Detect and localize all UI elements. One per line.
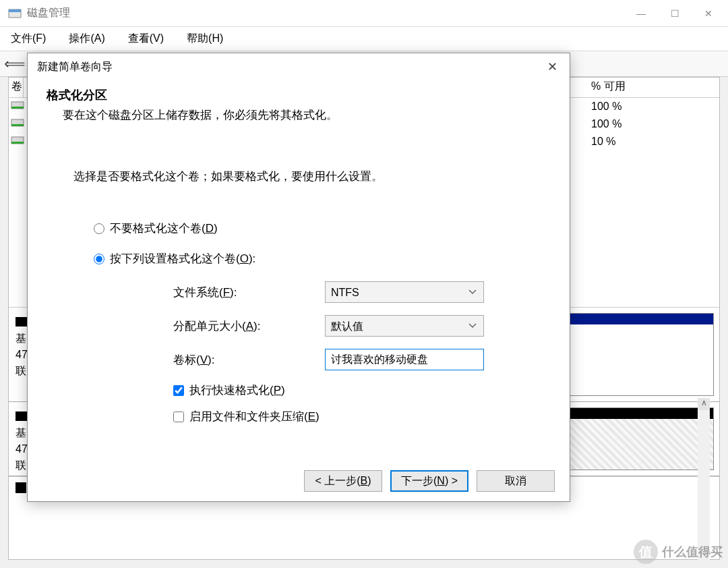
- checkbox-quick-format[interactable]: 执行快速格式化(P): [173, 382, 551, 398]
- checkbox-enable-compression-label: 启用文件和文件夹压缩(E): [189, 409, 320, 424]
- cancel-button[interactable]: 取消: [477, 470, 555, 492]
- row-allocation-unit: 分配单元大小(A): 默认值: [173, 315, 551, 337]
- titlebar: 磁盘管理 — ☐ ✕: [0, 0, 728, 27]
- close-button[interactable]: ✕: [692, 0, 725, 27]
- filesystem-label: 文件系统(F):: [173, 285, 325, 300]
- pct-available: 100 %: [584, 101, 719, 113]
- menubar: 文件(F) 操作(A) 查看(V) 帮助(H): [0, 27, 728, 51]
- legend-swatch-unallocated: [16, 482, 26, 493]
- dialog-close-button[interactable]: ✕: [545, 57, 560, 77]
- allocation-unit-label: 分配单元大小(A):: [173, 318, 325, 334]
- col-available[interactable]: % 可用: [584, 78, 719, 97]
- volume-icon: [10, 101, 25, 113]
- pct-available: 100 %: [584, 118, 719, 130]
- maximize-button[interactable]: ☐: [658, 0, 692, 27]
- dialog-subtitle: 要在这个磁盘分区上储存数据，你必须先将其格式化。: [63, 107, 551, 123]
- checkbox-quick-format-label: 执行快速格式化(P): [189, 382, 285, 398]
- radio-format-with-settings-label: 按下列设置格式化这个卷(O):: [110, 251, 255, 266]
- menu-file[interactable]: 文件(F): [5, 29, 51, 49]
- watermark-text: 什么值得买: [662, 544, 723, 560]
- watermark-icon: 值: [634, 540, 658, 564]
- back-arrow-icon[interactable]: ⟸: [4, 55, 26, 73]
- checkbox-quick-format-input[interactable]: [173, 385, 184, 396]
- disk-mgmt-icon: [8, 7, 22, 20]
- scroll-up-icon[interactable]: ∧: [698, 398, 710, 410]
- pct-available: 10 %: [584, 136, 719, 148]
- filesystem-select[interactable]: NTFS: [325, 281, 484, 303]
- window-title: 磁盘管理: [27, 6, 624, 20]
- row-filesystem: 文件系统(F): NTFS: [173, 281, 551, 303]
- radio-do-not-format-input[interactable]: [94, 223, 104, 234]
- allocation-unit-select[interactable]: 默认值: [325, 315, 484, 337]
- new-simple-volume-wizard-dialog: 新建简单卷向导 ✕ 格式化分区 要在这个磁盘分区上储存数据，你必须先将其格式化。…: [27, 53, 570, 502]
- svg-rect-3: [11, 107, 24, 109]
- menu-help[interactable]: 帮助(H): [181, 29, 229, 49]
- dialog-prompt: 选择是否要格式化这个卷；如果要格式化，要使用什么设置。: [73, 169, 551, 184]
- volume-label-label: 卷标(V):: [173, 352, 325, 368]
- checkbox-enable-compression-input[interactable]: [173, 411, 184, 422]
- minimize-button[interactable]: —: [624, 0, 658, 27]
- svg-rect-1: [9, 9, 21, 12]
- radio-do-not-format[interactable]: 不要格式化这个卷(D): [94, 221, 551, 236]
- radio-do-not-format-label: 不要格式化这个卷(D): [110, 221, 218, 236]
- volume-icon: [10, 118, 25, 130]
- volume-label-input[interactable]: [325, 349, 484, 370]
- menu-view[interactable]: 查看(V): [123, 29, 169, 49]
- radio-format-with-settings[interactable]: 按下列设置格式化这个卷(O):: [94, 251, 551, 266]
- dialog-body: 格式化分区 要在这个磁盘分区上储存数据，你必须先将其格式化。 选择是否要格式化这…: [28, 80, 570, 461]
- menu-action[interactable]: 操作(A): [63, 29, 110, 49]
- next-button[interactable]: 下一步(N) >: [390, 470, 468, 492]
- col-volume[interactable]: 卷: [9, 78, 24, 97]
- back-button[interactable]: < 上一步(B): [304, 470, 382, 492]
- svg-rect-7: [11, 142, 24, 144]
- dialog-heading: 格式化分区: [47, 87, 551, 103]
- volume-icon: [10, 136, 25, 148]
- svg-rect-5: [11, 124, 24, 126]
- dialog-header: 新建简单卷向导 ✕: [28, 53, 570, 80]
- radio-format-with-settings-input[interactable]: [94, 254, 104, 264]
- checkbox-enable-compression[interactable]: 启用文件和文件夹压缩(E): [173, 409, 551, 424]
- dialog-title: 新建简单卷向导: [37, 60, 113, 74]
- watermark: 值 什么值得买: [634, 540, 723, 564]
- format-radio-group: 不要格式化这个卷(D) 按下列设置格式化这个卷(O): 文件系统(F): NTF…: [94, 221, 551, 424]
- row-volume-label: 卷标(V):: [173, 349, 551, 370]
- dialog-footer: < 上一步(B) 下一步(N) > 取消: [28, 461, 570, 501]
